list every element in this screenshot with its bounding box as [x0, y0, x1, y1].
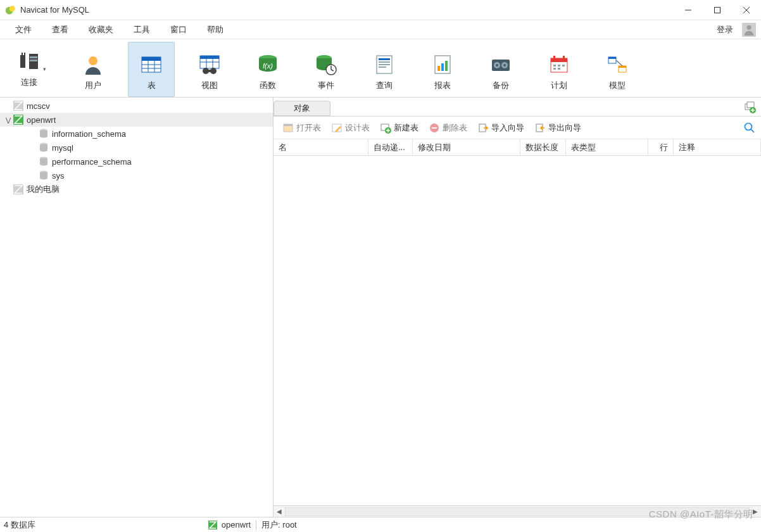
svg-rect-52 — [553, 65, 556, 66]
new-tab-icon[interactable] — [743, 101, 756, 113]
toolbar-event[interactable]: 事件 — [303, 42, 349, 97]
horizontal-scrollbar[interactable]: ◀ ▶ — [274, 505, 761, 517]
toolbar-report-label: 报表 — [434, 80, 451, 91]
tree-node-mysql[interactable]: mysql — [0, 141, 273, 155]
col-name[interactable]: 名 — [274, 139, 368, 155]
svg-rect-42 — [445, 61, 448, 71]
tab-object[interactable]: 对象 — [274, 101, 330, 116]
menu-tools[interactable]: 工具 — [123, 22, 160, 38]
svg-rect-12 — [30, 60, 37, 61]
svg-rect-51 — [563, 56, 565, 60]
toolbar-user[interactable]: 用户 — [70, 42, 116, 97]
action-import-wizard[interactable]: 导入向导 — [474, 120, 528, 136]
user-icon — [82, 53, 104, 76]
import-icon — [477, 122, 489, 134]
scroll-left-icon[interactable]: ◀ — [274, 508, 285, 515]
toolbar-function[interactable]: f(x) 函数 — [244, 42, 291, 97]
action-export-wizard[interactable]: 导出向导 — [531, 120, 585, 136]
toolbar-backup-label: 备份 — [493, 80, 509, 91]
toolbar-model-label: 模型 — [609, 80, 626, 91]
toolbar-model[interactable]: 模型 — [594, 42, 641, 97]
table-grid-header: 名 自动递... 修改日期 数据长度 表类型 行 注释 — [274, 139, 761, 156]
model-icon — [606, 53, 629, 76]
col-comment[interactable]: 注释 — [674, 139, 761, 155]
tree-node-mcscv[interactable]: mcscv — [0, 99, 273, 113]
tree-node-我的电脑[interactable]: 我的电脑 — [0, 182, 273, 196]
toolbar-schedule-label: 计划 — [551, 80, 567, 91]
toolbar-report[interactable]: 报表 — [419, 42, 466, 97]
dropdown-caret-icon: ▾ — [43, 66, 46, 72]
toolbar-backup[interactable]: 备份 — [477, 42, 524, 97]
tree-node-information_schema[interactable]: information_schema — [0, 127, 273, 141]
svg-rect-7 — [20, 55, 25, 68]
menu-file[interactable]: 文件 — [5, 22, 42, 38]
action-open-table[interactable]: 打开表 — [279, 120, 325, 136]
svg-line-86 — [751, 129, 754, 132]
col-modify-date[interactable]: 修改日期 — [413, 139, 520, 155]
status-user: 用户: root — [261, 519, 297, 531]
toolbar-table[interactable]: 表 — [128, 42, 175, 97]
toolbar-query-label: 查询 — [376, 80, 393, 91]
col-data-length[interactable]: 数据长度 — [520, 139, 566, 155]
svg-point-46 — [496, 64, 498, 66]
expander-icon[interactable]: ⋁ — [4, 117, 13, 124]
svg-rect-70 — [747, 102, 754, 108]
tree-node-label: openwrt — [27, 115, 56, 125]
action-design-table[interactable]: 设计表 — [327, 120, 374, 136]
menu-favorites[interactable]: 收藏夹 — [79, 22, 123, 38]
svg-rect-53 — [558, 65, 560, 66]
tree-node-sys[interactable]: sys — [0, 168, 273, 182]
toolbar-user-label: 用户 — [85, 80, 101, 91]
menu-view[interactable]: 查看 — [42, 22, 79, 38]
close-button[interactable] — [732, 0, 761, 20]
svg-rect-54 — [562, 65, 565, 66]
svg-point-13 — [89, 56, 97, 65]
svg-rect-55 — [553, 68, 556, 70]
svg-rect-37 — [379, 64, 390, 65]
col-auto-increment[interactable]: 自动递... — [368, 139, 413, 155]
svg-rect-49 — [551, 58, 567, 62]
menu-window[interactable]: 窗口 — [160, 22, 197, 38]
tree-node-label: performance_schema — [52, 157, 132, 167]
toolbar-function-label: 函数 — [260, 80, 276, 91]
svg-rect-50 — [553, 56, 555, 60]
minimize-button[interactable] — [674, 0, 703, 20]
svg-rect-21 — [200, 56, 219, 59]
toolbar-schedule[interactable]: 计划 — [536, 42, 582, 97]
search-icon[interactable] — [743, 122, 756, 134]
svg-rect-9 — [24, 53, 25, 56]
menubar: 文件 查看 收藏夹 工具 窗口 帮助 登录 — [0, 20, 761, 39]
svg-point-1 — [9, 6, 15, 11]
menu-help[interactable]: 帮助 — [197, 22, 234, 38]
maximize-button[interactable] — [703, 0, 732, 20]
scroll-track[interactable] — [285, 507, 750, 516]
titlebar: Navicat for MySQL — [0, 0, 761, 20]
toolbar-connect-label: 连接 — [21, 77, 37, 88]
connection-tree[interactable]: mcscv⋁openwrtinformation_schemamysqlperf… — [0, 98, 274, 517]
statusbar: 4 数据库 openwrt 用户: root — [0, 517, 761, 532]
delete-table-icon — [429, 122, 440, 134]
login-link[interactable]: 登录 — [712, 22, 738, 38]
app-logo-icon — [5, 4, 16, 16]
svg-rect-40 — [437, 66, 440, 71]
tree-node-label: information_schema — [52, 129, 126, 139]
toolbar-connect[interactable]: 连接 ▾ — [5, 42, 58, 97]
status-db-count: 4 数据库 — [4, 519, 35, 531]
user-avatar-icon[interactable] — [742, 23, 756, 37]
tree-node-performance_schema[interactable]: performance_schema — [0, 155, 273, 168]
scroll-right-icon[interactable]: ▶ — [750, 508, 761, 515]
toolbar-view[interactable]: 视图 — [186, 42, 233, 97]
action-new-table[interactable]: 新建表 — [376, 120, 422, 136]
toolbar-query[interactable]: 查询 — [361, 42, 408, 97]
svg-rect-27 — [206, 70, 213, 72]
object-tabstrip: 对象 — [274, 98, 761, 117]
svg-rect-60 — [619, 66, 626, 68]
connection-status-icon — [208, 520, 218, 530]
col-table-type[interactable]: 表类型 — [566, 139, 648, 155]
window-controls — [674, 0, 761, 20]
svg-rect-36 — [379, 61, 390, 63]
action-delete-table[interactable]: 删除表 — [425, 120, 471, 136]
tree-node-openwrt[interactable]: ⋁openwrt — [0, 113, 273, 127]
col-rows[interactable]: 行 — [648, 139, 674, 155]
app-title: Navicat for MySQL — [20, 5, 674, 15]
